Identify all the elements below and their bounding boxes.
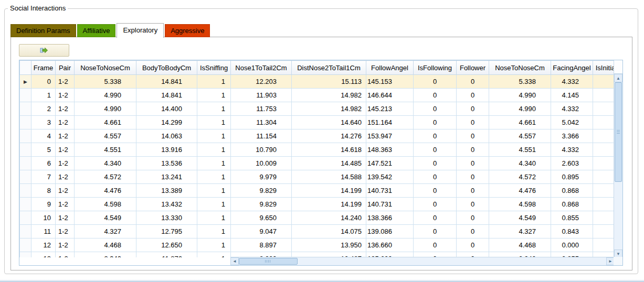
cell[interactable]: 4.327 xyxy=(489,225,551,238)
table-row[interactable]: 101-24.54913.33019.65014.240138.366004.5… xyxy=(20,211,615,225)
cell[interactable]: 0 xyxy=(457,75,489,89)
cell[interactable]: 4.598 xyxy=(75,198,136,211)
cell[interactable] xyxy=(593,198,615,211)
table-row[interactable]: 51-24.55113.916110.79014.618148.363004.5… xyxy=(20,143,615,157)
cell[interactable]: 5.042 xyxy=(551,116,593,129)
horizontal-scroll-track[interactable] xyxy=(239,257,606,265)
cell[interactable]: 0 xyxy=(457,170,489,184)
cell[interactable]: 0 xyxy=(457,89,489,102)
cell[interactable]: 0 xyxy=(414,102,457,116)
cell[interactable]: 0 xyxy=(414,238,457,252)
cell[interactable]: 1-2 xyxy=(56,143,75,157)
cell[interactable]: 0 xyxy=(457,129,489,143)
cell[interactable]: 0 xyxy=(457,184,489,198)
cell[interactable]: 3 xyxy=(31,116,56,129)
row-indicator[interactable] xyxy=(20,89,31,102)
cell[interactable]: 145.213 xyxy=(366,102,414,116)
cell[interactable]: 139.086 xyxy=(366,225,414,238)
cell[interactable]: 0 xyxy=(414,75,457,89)
tab-affiliative[interactable]: Affiliative xyxy=(77,24,116,37)
cell[interactable]: 5 xyxy=(31,143,56,157)
cell[interactable]: 10 xyxy=(31,211,56,225)
cell[interactable]: 153.947 xyxy=(366,129,414,143)
cell[interactable]: 14.841 xyxy=(136,75,197,89)
cell[interactable] xyxy=(593,157,615,170)
cell[interactable]: 1-2 xyxy=(56,157,75,170)
column-header-bodytobodycm[interactable]: BodyToBodyCm xyxy=(136,61,197,75)
cell[interactable]: 14.588 xyxy=(292,170,366,184)
cell[interactable]: 12.650 xyxy=(136,238,197,252)
column-header-distnose2totail1cm[interactable]: DistNose2ToTail1Cm xyxy=(292,61,366,75)
cell[interactable]: 11.876 xyxy=(136,252,197,258)
cell[interactable]: 7 xyxy=(31,170,56,184)
cell[interactable]: 1 xyxy=(197,157,231,170)
cell[interactable]: 14.640 xyxy=(292,116,366,129)
cell[interactable]: 0.843 xyxy=(551,225,593,238)
cell[interactable]: 11.304 xyxy=(231,116,292,129)
cell[interactable]: 4.468 xyxy=(489,238,551,252)
tab-aggressive[interactable]: Aggressive xyxy=(165,24,210,37)
tab-exploratory[interactable]: Exploratory xyxy=(117,23,164,38)
column-header-nosetonosecm[interactable]: NoseToNoseCm xyxy=(489,61,551,75)
cell[interactable]: 14.063 xyxy=(136,129,197,143)
table-row[interactable]: 11-24.99014.841111.90314.982146.644004.9… xyxy=(20,89,615,102)
vertical-scroll-thumb[interactable] xyxy=(615,82,622,182)
cell[interactable]: 0 xyxy=(414,143,457,157)
row-indicator[interactable] xyxy=(20,170,31,184)
cell[interactable]: 13.241 xyxy=(136,170,197,184)
cell[interactable]: 4.476 xyxy=(489,184,551,198)
cell[interactable]: 0 xyxy=(414,211,457,225)
column-header-isinitia[interactable]: IsInitia xyxy=(593,61,615,75)
cell[interactable]: 5.338 xyxy=(75,75,136,89)
cell[interactable]: 9.979 xyxy=(231,170,292,184)
cell[interactable]: 2.603 xyxy=(551,157,593,170)
cell[interactable]: 14.982 xyxy=(292,102,366,116)
cell[interactable]: 4 xyxy=(31,129,56,143)
cell[interactable]: 14.299 xyxy=(136,116,197,129)
table-row[interactable]: 41-24.55714.063111.15414.276153.947004.5… xyxy=(20,129,615,143)
column-header-frame[interactable]: Frame xyxy=(31,61,56,75)
cell[interactable]: 0.000 xyxy=(551,238,593,252)
cell[interactable]: 4.990 xyxy=(75,102,136,116)
cell[interactable]: 4.598 xyxy=(489,198,551,211)
cell[interactable]: 13.950 xyxy=(292,238,366,252)
cell[interactable]: 14.400 xyxy=(136,102,197,116)
cell[interactable]: 140.731 xyxy=(366,198,414,211)
cell[interactable] xyxy=(593,211,615,225)
cell[interactable]: 9.829 xyxy=(231,198,292,211)
cell[interactable]: 14.841 xyxy=(136,89,197,102)
cell[interactable]: 0.868 xyxy=(551,198,593,211)
cell[interactable]: 1-2 xyxy=(56,225,75,238)
vertical-scrollbar[interactable]: ▲ ▼ xyxy=(614,74,622,258)
cell[interactable]: 1-2 xyxy=(56,129,75,143)
cell[interactable]: 0 xyxy=(414,129,457,143)
cell[interactable]: 0 xyxy=(414,116,457,129)
table-row[interactable]: 21-24.99014.400111.75314.982145.213004.9… xyxy=(20,102,615,116)
cell[interactable]: 4.557 xyxy=(75,129,136,143)
table-row[interactable]: 121-24.46812.65018.89713.950136.660004.4… xyxy=(20,238,615,252)
cell[interactable]: 4.572 xyxy=(489,170,551,184)
cell[interactable]: 0 xyxy=(414,157,457,170)
cell[interactable]: 0 xyxy=(457,116,489,129)
cell[interactable]: 6 xyxy=(31,157,56,170)
column-header-follower[interactable]: Follower xyxy=(457,61,489,75)
cell[interactable]: 1-2 xyxy=(56,75,75,89)
column-header-isfollowing[interactable]: IsFollowing xyxy=(414,61,457,75)
cell[interactable] xyxy=(593,143,615,157)
cell[interactable]: 136.660 xyxy=(366,238,414,252)
cell[interactable]: 1-2 xyxy=(56,252,75,258)
cell[interactable]: 4.340 xyxy=(489,157,551,170)
cell[interactable]: 11 xyxy=(31,225,56,238)
table-row[interactable]: 111-24.32712.79519.04714.075139.086004.3… xyxy=(20,225,615,238)
column-header-followangel[interactable]: FollowAngel xyxy=(366,61,414,75)
cell[interactable] xyxy=(593,75,615,89)
cell[interactable]: 14.618 xyxy=(292,143,366,157)
cell[interactable]: 0 xyxy=(457,238,489,252)
cell[interactable]: 4.332 xyxy=(551,102,593,116)
row-indicator[interactable] xyxy=(20,252,31,258)
cell[interactable]: 4.549 xyxy=(75,211,136,225)
cell[interactable]: 1 xyxy=(197,116,231,129)
cell[interactable]: 1-2 xyxy=(56,198,75,211)
cell[interactable]: 3.940 xyxy=(75,252,136,258)
cell[interactable]: 4.332 xyxy=(551,75,593,89)
